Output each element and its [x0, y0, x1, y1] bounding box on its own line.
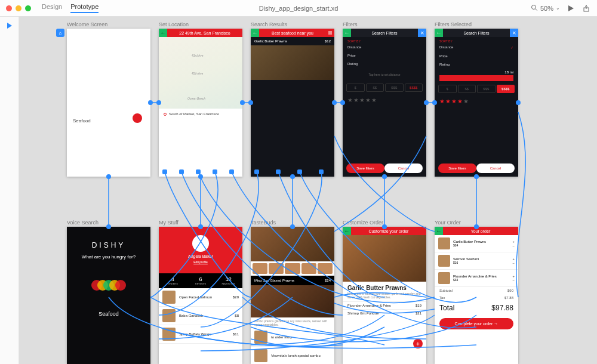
artboard-welcome[interactable]: Seafood — [67, 29, 150, 177]
location-result-row[interactable]: South of Market, San Francisco — [159, 109, 242, 119]
artboard-label[interactable]: Filters — [343, 21, 358, 27]
result-item-image[interactable] — [251, 45, 334, 80]
sort-option[interactable]: Rating — [343, 60, 426, 68]
stat-orders[interactable]: 4ORDERS — [159, 273, 187, 288]
result-item-name: Garlic Butter Prawns — [254, 39, 287, 43]
price-chip[interactable]: $$$ — [385, 84, 404, 92]
artboard-your-order[interactable]: ← Your order Garlic Butter Prawns$24+− S… — [435, 227, 518, 364]
price-chip[interactable]: $ — [346, 84, 365, 92]
sort-option-selected[interactable]: Distance✓ — [435, 43, 518, 52]
svg-point-0 — [531, 5, 536, 9]
artboard-search-results[interactable]: ← Best seafood near you Garlic Butter Pr… — [251, 29, 334, 177]
back-button[interactable]: ← — [435, 227, 443, 235]
artboard-tastebuds[interactable]: Miso Soy Glazed Prawns $24 Jumbo prawns … — [251, 227, 334, 364]
back-button[interactable]: ← — [159, 29, 167, 37]
back-button[interactable]: ← — [343, 29, 351, 37]
sort-option[interactable]: Distance — [343, 43, 426, 51]
sort-option[interactable]: Price — [435, 52, 518, 60]
qty-stepper[interactable]: +− — [512, 240, 515, 248]
price-chip[interactable]: $ — [438, 85, 457, 93]
rating-filter[interactable]: ★★★★★ — [435, 95, 518, 107]
artboard-filters[interactable]: ← Search Filters ✕ SORT BY Distance Pric… — [343, 29, 426, 177]
result-item-header[interactable]: Garlic Butter Prawns $12 — [251, 37, 334, 45]
cancel-filters-button[interactable]: Cancel — [384, 164, 423, 173]
complete-order-button[interactable]: Complete your order → — [439, 318, 513, 329]
list-item[interactable]: to order story — [251, 328, 334, 347]
close-window-button[interactable] — [6, 5, 12, 11]
share-button[interactable] — [581, 4, 591, 13]
list-item[interactable]: Spicy Buffalo Wings$11 — [159, 325, 242, 344]
artboard-label[interactable]: TasteBuds — [251, 220, 276, 226]
addon-row[interactable]: Shrimp Grit Fondue$21 — [343, 309, 426, 317]
artboard-customize-order[interactable]: ← Customize your order Garlic Butter Pra… — [343, 227, 426, 364]
artboard-label[interactable]: Set Location — [159, 21, 189, 27]
edit-profile-link[interactable]: Edit profile — [159, 260, 242, 264]
sort-option[interactable]: Price — [343, 51, 426, 60]
artboard-label[interactable]: Welcome Screen — [67, 21, 107, 27]
artboard-label[interactable]: Your Order — [435, 220, 461, 226]
filter-icon[interactable] — [326, 29, 334, 37]
play-preview-button[interactable] — [566, 4, 576, 13]
thumbnail-strip[interactable] — [251, 261, 334, 276]
filters-header: Search Filters — [351, 29, 418, 37]
artboard-label[interactable]: My Stuff — [159, 220, 179, 226]
rating-filter[interactable]: ★★★★★ — [343, 94, 426, 106]
artboard-label[interactable]: Voice Search — [67, 220, 99, 226]
tab-design[interactable]: Design — [42, 3, 62, 13]
price-chip[interactable]: $$$$ — [405, 84, 423, 92]
back-button[interactable]: ← — [343, 227, 351, 235]
back-button[interactable]: ← — [435, 29, 443, 37]
close-icon[interactable]: ✕ — [418, 29, 426, 37]
minimize-window-button[interactable] — [16, 5, 21, 11]
price-chip[interactable]: $$ — [458, 85, 476, 93]
cancel-filters-button[interactable]: Cancel — [476, 164, 515, 173]
save-filters-button[interactable]: Save filters — [346, 164, 384, 173]
list-item[interactable]: Viewnita's lunch special combo — [251, 347, 334, 364]
price-chip[interactable]: $$$ — [477, 85, 496, 93]
artboard-filters-selected[interactable]: ← Search Filters ✕ SORT BY Distance✓ Pri… — [435, 29, 518, 177]
distance-slider-hint[interactable]: Tap here to set distance — [343, 68, 426, 81]
map-view[interactable]: 43rd Ave 45th Ave Ocean Beach — [159, 37, 242, 109]
stat-reviews[interactable]: 6REVIEWS — [187, 273, 215, 288]
save-filters-button[interactable]: Save filters — [438, 164, 476, 173]
price-chip[interactable]: $$ — [366, 84, 384, 92]
price-chip-selected[interactable]: $$$$ — [497, 85, 515, 93]
addon-row[interactable]: Flounder Amandine & Fries$19 — [343, 301, 426, 309]
tax-row: Tax$7.88 — [435, 294, 518, 301]
maximize-window-button[interactable] — [25, 5, 31, 11]
brand-logo: DISHY — [67, 241, 150, 249]
qty-stepper[interactable]: +− — [512, 274, 515, 282]
record-button[interactable] — [133, 113, 142, 123]
order-line-item[interactable]: Garlic Butter Prawns$24+− — [435, 235, 518, 252]
artboard-label[interactable]: Filters Selected — [435, 21, 472, 27]
filter-section-label: SORT BY — [435, 37, 518, 43]
sort-option[interactable]: Rating — [435, 60, 518, 69]
tool-rail — [0, 17, 19, 364]
mode-tabs: Design Prototype — [42, 3, 99, 13]
back-button[interactable]: ← — [251, 29, 259, 37]
tab-prototype[interactable]: Prototype — [70, 3, 99, 13]
stat-favorites[interactable]: 12FAVORITES — [214, 273, 242, 288]
add-to-order-button[interactable]: + — [413, 339, 423, 348]
zoom-control[interactable]: 50% ⌄ — [531, 4, 560, 13]
prototype-canvas[interactable]: Welcome Screen ⌂ Seafood Set Location ← … — [19, 17, 597, 364]
featured-item-image[interactable] — [251, 285, 334, 317]
featured-item[interactable]: Miso Soy Glazed Prawns $24 — [251, 276, 334, 285]
order-line-item[interactable]: Salmon Sashimi$16+− — [435, 252, 518, 270]
artboard-my-stuff[interactable]: Angela Baker Edit profile 4ORDERS 6REVIE… — [159, 227, 242, 364]
list-item[interactable]: Open Faced Salmon$20 — [159, 288, 242, 307]
artboard-label[interactable]: Search Results — [251, 21, 287, 27]
distance-slider[interactable] — [439, 78, 513, 79]
list-item[interactable]: Baba Ganoush$8 — [159, 307, 242, 325]
avatar[interactable] — [192, 235, 209, 252]
home-anchor-icon[interactable]: ⌂ — [56, 29, 64, 37]
prototype-cursor-icon[interactable] — [7, 23, 12, 29]
artboard-label[interactable]: Customize Order — [343, 220, 383, 226]
hero-image[interactable] — [251, 227, 334, 261]
results-header: Best seafood near you — [259, 29, 326, 37]
artboard-voice-search[interactable]: DISHY What are you hungry for? Seafood — [67, 227, 150, 364]
qty-stepper[interactable]: +− — [512, 257, 515, 265]
artboard-set-location[interactable]: ← 22 49th Ave, San Francisco 43rd Ave 45… — [159, 29, 242, 177]
order-line-item[interactable]: Flounder Amandine & Fries$34+− — [435, 270, 518, 287]
close-icon[interactable]: ✕ — [510, 29, 518, 37]
